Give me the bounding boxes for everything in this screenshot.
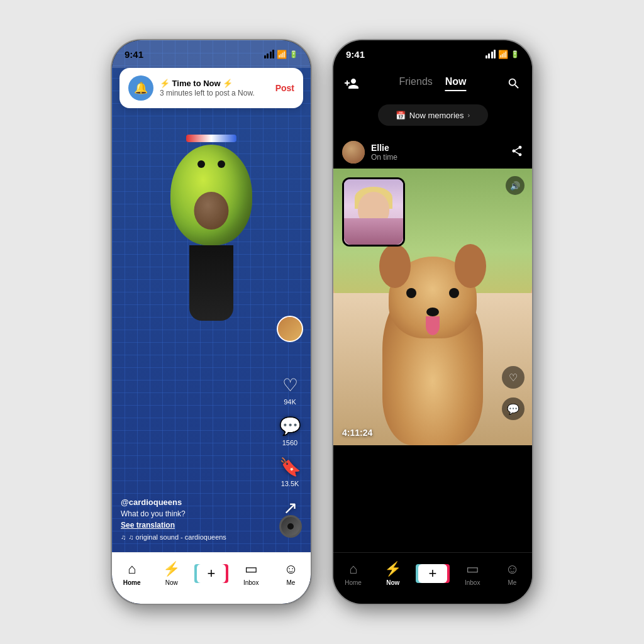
dog-nose (426, 308, 439, 316)
feed-info: @cardioqueens What do you think? See tra… (121, 497, 260, 541)
me-icon-1: ☺ (284, 561, 297, 577)
like-count: 94K (284, 398, 296, 406)
nav-home-2[interactable]: ⌂ Home (333, 561, 373, 586)
status-icons-1: 📶 🔋 (264, 50, 299, 59)
feed-actions: + ♡ 94K 💬 1560 🔖 13.5K (277, 316, 303, 528)
plus-icon-1: + (197, 564, 226, 583)
chevron-icon: › (468, 111, 470, 119)
now-label-1: Now (165, 579, 178, 586)
feed-username[interactable]: @cardioqueens (121, 497, 260, 507)
inbox-label-2: Inbox (465, 579, 480, 586)
phone-2: 9:41 📶 🔋 (332, 39, 533, 605)
post-header: Ellie On time (333, 136, 532, 169)
photo-actions: ♡ 💬 (502, 366, 525, 420)
me-label-2: Me (508, 579, 516, 586)
avocado-pit (194, 192, 229, 230)
photo-like-button[interactable]: ♡ (502, 366, 525, 389)
home-icon-2: ⌂ (349, 561, 357, 577)
sound-toggle[interactable]: 🔊 (506, 176, 525, 195)
notification-banner[interactable]: 🔔 ⚡ Time to Now ⚡ 3 minutes left to post… (119, 68, 303, 108)
home-label-2: Home (345, 579, 362, 586)
share-button[interactable] (511, 145, 523, 160)
add-person-icon[interactable] (343, 75, 360, 92)
status-icons-2: 📶 🔋 (486, 50, 520, 59)
comment-count: 1560 (282, 439, 297, 447)
like-action[interactable]: ♡ 94K (282, 375, 298, 406)
selfie-photo (342, 177, 405, 247)
nav-plus-2[interactable]: + (413, 564, 452, 583)
avatar-action: + (277, 316, 303, 342)
notif-text: ⚡ Time to Now ⚡ 3 minutes left to post a… (160, 79, 269, 97)
selfie-shirt (344, 218, 403, 245)
wifi-icon-2: 📶 (498, 50, 508, 59)
phone-1: 9:41 📶 🔋 🔔 ⚡ Time to Now ⚡ (111, 39, 312, 605)
bottom-nav-1: ⌂ Home ⚡ Now + ▭ Inbox ☺ (112, 552, 311, 604)
status-bar-1: 9:41 📶 🔋 (112, 40, 311, 68)
poster-avatar[interactable] (342, 141, 365, 164)
inbox-label-1: Inbox (243, 579, 258, 586)
battery-icon-1: 🔋 (289, 50, 298, 58)
battery-icon-2: 🔋 (511, 50, 519, 58)
nav-me-2[interactable]: ☺ Me (492, 561, 532, 586)
bookmark-icon: 🔖 (279, 457, 301, 477)
bookmark-count: 13.5K (281, 480, 299, 487)
eye-right (218, 160, 225, 168)
like-icon: ♡ (282, 375, 298, 396)
notif-post-button[interactable]: Post (275, 83, 294, 93)
photo-comment-button[interactable]: 💬 (502, 397, 525, 420)
memories-label: Now memories (409, 111, 464, 120)
me-label-1: Me (286, 579, 295, 586)
nav-now-2[interactable]: ⚡ Now (373, 561, 413, 586)
comment-icon: 💬 (279, 416, 301, 436)
avocado-figure (170, 135, 252, 321)
notif-bell-icon: 🔔 (128, 75, 153, 101)
calendar-icon: 📅 (396, 111, 406, 120)
me-icon-2: ☺ (505, 561, 519, 577)
inbox-icon-2: ▭ (466, 561, 479, 577)
selfie-person (344, 179, 403, 245)
post-info: Ellie On time (371, 143, 511, 162)
feed-caption: What do you think? (121, 509, 260, 518)
plus-icon-2: + (418, 564, 447, 583)
dog-ear-left (379, 244, 411, 288)
poster-status: On time (371, 153, 511, 162)
search-icon-2[interactable] (506, 75, 522, 92)
see-translation[interactable]: See translation (121, 521, 260, 530)
tab-bar: Friends Now (399, 76, 466, 91)
photo-container: 🔊 4:11:24 ♡ 💬 (333, 169, 532, 445)
now-icon-1: ⚡ (163, 561, 180, 577)
post-timer: 4:11:24 (342, 428, 372, 438)
nav-me-1[interactable]: ☺ Me (271, 561, 311, 586)
wifi-icon-1: 📶 (277, 50, 287, 59)
status-bar-2: 9:41 📶 🔋 (333, 40, 532, 68)
notif-title: ⚡ Time to Now ⚡ (160, 79, 269, 88)
avocado-body (170, 145, 252, 245)
nav-now-1[interactable]: ⚡ Now (152, 561, 191, 586)
music-disc[interactable] (279, 515, 302, 538)
music-disc-inner (287, 523, 294, 530)
dog-eye-left (406, 288, 416, 298)
comment-action[interactable]: 💬 1560 (279, 416, 301, 447)
plus-button-1[interactable]: + (197, 564, 226, 583)
avocado-eyes (186, 160, 236, 168)
dog-tongue (426, 316, 440, 335)
bookmark-action[interactable]: 🔖 13.5K (279, 457, 301, 487)
tab-now[interactable]: Now (445, 76, 467, 91)
figure-legs (189, 245, 233, 321)
nav-home-1[interactable]: ⌂ Home (112, 561, 152, 586)
signal-icon-2 (486, 50, 496, 58)
now-memories-button[interactable]: 📅 Now memories › (378, 104, 488, 126)
phone1-screen: 9:41 📶 🔋 🔔 ⚡ Time to Now ⚡ (112, 40, 311, 604)
nav-inbox-1[interactable]: ▭ Inbox (231, 561, 271, 586)
nav-plus-1[interactable]: + (191, 564, 231, 583)
eye-left (197, 160, 205, 168)
time-2: 9:41 (346, 49, 365, 60)
plus-button-2[interactable]: + (418, 564, 447, 583)
home-icon-1: ⌂ (128, 561, 136, 577)
topbar-2: Friends Now (333, 68, 532, 99)
tab-friends[interactable]: Friends (399, 76, 432, 91)
creator-avatar[interactable] (277, 316, 303, 342)
nav-inbox-2[interactable]: ▭ Inbox (453, 561, 492, 586)
signal-icon-1 (264, 50, 275, 58)
bottom-nav-2: ⌂ Home ⚡ Now + ▭ Inbox ☺ (333, 552, 532, 604)
